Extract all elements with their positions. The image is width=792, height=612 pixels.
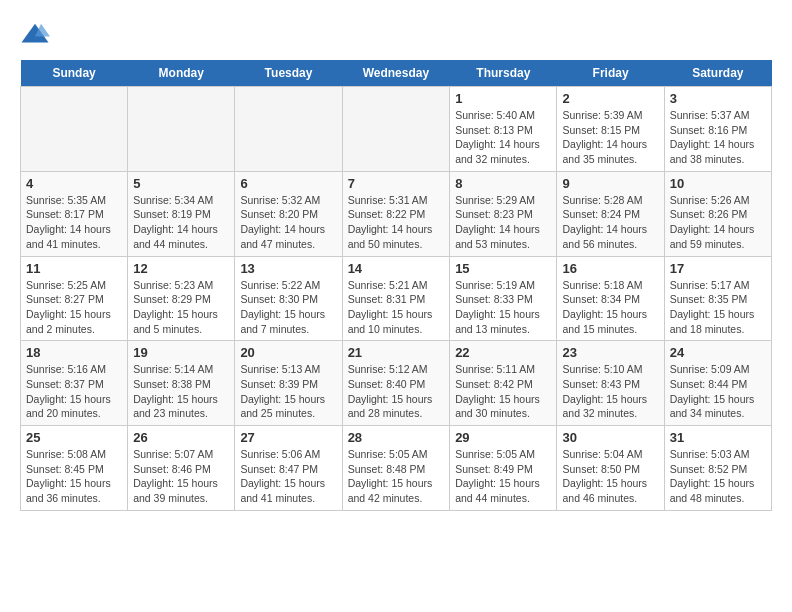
day-info: Sunrise: 5:17 AM Sunset: 8:35 PM Dayligh… [670,278,766,337]
day-number: 6 [240,176,336,191]
day-info: Sunrise: 5:03 AM Sunset: 8:52 PM Dayligh… [670,447,766,506]
day-info: Sunrise: 5:14 AM Sunset: 8:38 PM Dayligh… [133,362,229,421]
day-number: 17 [670,261,766,276]
day-header-friday: Friday [557,60,664,87]
day-info: Sunrise: 5:37 AM Sunset: 8:16 PM Dayligh… [670,108,766,167]
day-number: 21 [348,345,445,360]
calendar-cell: 4Sunrise: 5:35 AM Sunset: 8:17 PM Daylig… [21,171,128,256]
calendar-cell: 25Sunrise: 5:08 AM Sunset: 8:45 PM Dayli… [21,426,128,511]
calendar-cell: 9Sunrise: 5:28 AM Sunset: 8:24 PM Daylig… [557,171,664,256]
day-header-wednesday: Wednesday [342,60,450,87]
calendar-cell: 24Sunrise: 5:09 AM Sunset: 8:44 PM Dayli… [664,341,771,426]
day-number: 5 [133,176,229,191]
day-info: Sunrise: 5:09 AM Sunset: 8:44 PM Dayligh… [670,362,766,421]
week-row-3: 11Sunrise: 5:25 AM Sunset: 8:27 PM Dayli… [21,256,772,341]
day-number: 30 [562,430,658,445]
day-number: 27 [240,430,336,445]
calendar-cell: 3Sunrise: 5:37 AM Sunset: 8:16 PM Daylig… [664,87,771,172]
day-number: 4 [26,176,122,191]
day-number: 1 [455,91,551,106]
day-info: Sunrise: 5:40 AM Sunset: 8:13 PM Dayligh… [455,108,551,167]
calendar-cell: 31Sunrise: 5:03 AM Sunset: 8:52 PM Dayli… [664,426,771,511]
calendar-cell: 30Sunrise: 5:04 AM Sunset: 8:50 PM Dayli… [557,426,664,511]
day-info: Sunrise: 5:29 AM Sunset: 8:23 PM Dayligh… [455,193,551,252]
calendar-cell: 6Sunrise: 5:32 AM Sunset: 8:20 PM Daylig… [235,171,342,256]
day-info: Sunrise: 5:13 AM Sunset: 8:39 PM Dayligh… [240,362,336,421]
week-row-4: 18Sunrise: 5:16 AM Sunset: 8:37 PM Dayli… [21,341,772,426]
calendar-cell: 8Sunrise: 5:29 AM Sunset: 8:23 PM Daylig… [450,171,557,256]
day-info: Sunrise: 5:10 AM Sunset: 8:43 PM Dayligh… [562,362,658,421]
day-number: 13 [240,261,336,276]
page-header [20,20,772,50]
calendar-cell: 1Sunrise: 5:40 AM Sunset: 8:13 PM Daylig… [450,87,557,172]
day-number: 8 [455,176,551,191]
day-info: Sunrise: 5:19 AM Sunset: 8:33 PM Dayligh… [455,278,551,337]
day-number: 22 [455,345,551,360]
day-number: 7 [348,176,445,191]
day-header-sunday: Sunday [21,60,128,87]
day-number: 16 [562,261,658,276]
day-number: 15 [455,261,551,276]
day-info: Sunrise: 5:34 AM Sunset: 8:19 PM Dayligh… [133,193,229,252]
day-info: Sunrise: 5:26 AM Sunset: 8:26 PM Dayligh… [670,193,766,252]
calendar-cell: 14Sunrise: 5:21 AM Sunset: 8:31 PM Dayli… [342,256,450,341]
calendar-cell: 5Sunrise: 5:34 AM Sunset: 8:19 PM Daylig… [128,171,235,256]
calendar-cell: 18Sunrise: 5:16 AM Sunset: 8:37 PM Dayli… [21,341,128,426]
logo [20,20,54,50]
week-row-2: 4Sunrise: 5:35 AM Sunset: 8:17 PM Daylig… [21,171,772,256]
day-number: 12 [133,261,229,276]
calendar-cell: 21Sunrise: 5:12 AM Sunset: 8:40 PM Dayli… [342,341,450,426]
day-info: Sunrise: 5:16 AM Sunset: 8:37 PM Dayligh… [26,362,122,421]
calendar-cell: 12Sunrise: 5:23 AM Sunset: 8:29 PM Dayli… [128,256,235,341]
calendar-cell: 16Sunrise: 5:18 AM Sunset: 8:34 PM Dayli… [557,256,664,341]
day-number: 20 [240,345,336,360]
day-info: Sunrise: 5:07 AM Sunset: 8:46 PM Dayligh… [133,447,229,506]
calendar-cell [128,87,235,172]
day-number: 14 [348,261,445,276]
day-header-tuesday: Tuesday [235,60,342,87]
day-number: 2 [562,91,658,106]
calendar-cell: 7Sunrise: 5:31 AM Sunset: 8:22 PM Daylig… [342,171,450,256]
day-number: 10 [670,176,766,191]
day-number: 29 [455,430,551,445]
day-info: Sunrise: 5:06 AM Sunset: 8:47 PM Dayligh… [240,447,336,506]
day-info: Sunrise: 5:08 AM Sunset: 8:45 PM Dayligh… [26,447,122,506]
day-info: Sunrise: 5:21 AM Sunset: 8:31 PM Dayligh… [348,278,445,337]
day-info: Sunrise: 5:31 AM Sunset: 8:22 PM Dayligh… [348,193,445,252]
day-info: Sunrise: 5:12 AM Sunset: 8:40 PM Dayligh… [348,362,445,421]
day-number: 18 [26,345,122,360]
day-info: Sunrise: 5:25 AM Sunset: 8:27 PM Dayligh… [26,278,122,337]
day-info: Sunrise: 5:11 AM Sunset: 8:42 PM Dayligh… [455,362,551,421]
day-info: Sunrise: 5:39 AM Sunset: 8:15 PM Dayligh… [562,108,658,167]
day-info: Sunrise: 5:22 AM Sunset: 8:30 PM Dayligh… [240,278,336,337]
day-header-monday: Monday [128,60,235,87]
calendar-cell: 15Sunrise: 5:19 AM Sunset: 8:33 PM Dayli… [450,256,557,341]
day-header-saturday: Saturday [664,60,771,87]
day-info: Sunrise: 5:04 AM Sunset: 8:50 PM Dayligh… [562,447,658,506]
week-row-1: 1Sunrise: 5:40 AM Sunset: 8:13 PM Daylig… [21,87,772,172]
calendar-cell [342,87,450,172]
calendar-cell: 28Sunrise: 5:05 AM Sunset: 8:48 PM Dayli… [342,426,450,511]
day-number: 3 [670,91,766,106]
calendar-cell: 27Sunrise: 5:06 AM Sunset: 8:47 PM Dayli… [235,426,342,511]
day-number: 23 [562,345,658,360]
day-number: 9 [562,176,658,191]
day-number: 25 [26,430,122,445]
day-info: Sunrise: 5:05 AM Sunset: 8:49 PM Dayligh… [455,447,551,506]
day-info: Sunrise: 5:28 AM Sunset: 8:24 PM Dayligh… [562,193,658,252]
calendar-cell: 10Sunrise: 5:26 AM Sunset: 8:26 PM Dayli… [664,171,771,256]
calendar-cell [21,87,128,172]
day-info: Sunrise: 5:32 AM Sunset: 8:20 PM Dayligh… [240,193,336,252]
calendar-cell: 26Sunrise: 5:07 AM Sunset: 8:46 PM Dayli… [128,426,235,511]
calendar-cell: 13Sunrise: 5:22 AM Sunset: 8:30 PM Dayli… [235,256,342,341]
day-number: 24 [670,345,766,360]
day-number: 28 [348,430,445,445]
calendar-cell: 29Sunrise: 5:05 AM Sunset: 8:49 PM Dayli… [450,426,557,511]
calendar-table: SundayMondayTuesdayWednesdayThursdayFrid… [20,60,772,511]
day-info: Sunrise: 5:05 AM Sunset: 8:48 PM Dayligh… [348,447,445,506]
day-header-thursday: Thursday [450,60,557,87]
calendar-cell: 11Sunrise: 5:25 AM Sunset: 8:27 PM Dayli… [21,256,128,341]
calendar-cell: 23Sunrise: 5:10 AM Sunset: 8:43 PM Dayli… [557,341,664,426]
day-number: 31 [670,430,766,445]
calendar-cell: 19Sunrise: 5:14 AM Sunset: 8:38 PM Dayli… [128,341,235,426]
